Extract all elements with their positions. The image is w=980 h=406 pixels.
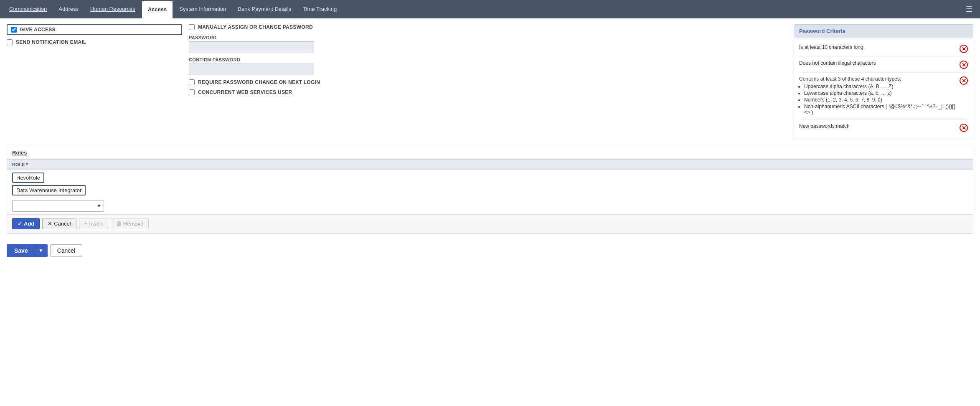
give-access-label[interactable]: GIVE ACCESS: [20, 27, 56, 33]
criteria-text-3: Contains at least 3 of these 4 character…: [799, 76, 956, 116]
nav-system-information[interactable]: System Information: [173, 0, 232, 18]
concurrent-web-row: CONCURRENT WEB SERVICES USER: [189, 89, 787, 95]
roles-section: Roles ROLE * HevoRole Data Warehouse Int…: [7, 146, 973, 234]
checkmark-icon: ✓: [18, 221, 22, 227]
nav-human-resources[interactable]: Human Resources: [84, 0, 141, 18]
confirm-password-label: CONFIRM PASSWORD: [189, 57, 787, 62]
x-icon: ✕: [48, 221, 52, 227]
criteria-row-2: Does not contain illegal characters ✕: [799, 57, 968, 73]
confirm-password-input[interactable]: [189, 63, 314, 75]
criteria-row-4: New passwords match ✕: [799, 120, 968, 135]
role-item-hevo[interactable]: HevoRole: [12, 173, 44, 183]
criteria-text-2: Does not contain illegal characters: [799, 60, 956, 66]
manually-assign-checkbox[interactable]: [189, 24, 195, 30]
center-panel: MANUALLY ASSIGN OR CHANGE PASSWORD PASSW…: [189, 24, 787, 139]
save-button[interactable]: Save: [8, 245, 35, 256]
cancel-button[interactable]: Cancel: [50, 244, 83, 257]
criteria-bullet-2: Lowercase alpha characters (a, b, … z): [804, 90, 956, 96]
role-item-data-warehouse[interactable]: Data Warehouse Integrator: [12, 185, 86, 195]
trash-icon: 🗑: [116, 221, 122, 227]
criteria-text-1: Is at least 10 characters long: [799, 44, 956, 50]
plus-icon: +: [84, 221, 88, 227]
top-section: GIVE ACCESS SEND NOTIFICATION EMAIL MANU…: [7, 24, 973, 139]
password-label: PASSWORD: [189, 35, 787, 40]
send-notification-checkbox[interactable]: [7, 39, 13, 45]
criteria-text-4: New passwords match: [799, 123, 956, 129]
criteria-title: Password Criteria: [794, 25, 973, 38]
give-access-checkbox[interactable]: [11, 27, 17, 33]
criteria-bullets: Uppercase alpha characters (A, B, … Z) L…: [804, 84, 956, 115]
nav-time-tracking[interactable]: Time Tracking: [297, 0, 343, 18]
require-password-row: REQUIRE PASSWORD CHANGE ON NEXT LOGIN: [189, 79, 787, 85]
criteria-bullet-1: Uppercase alpha characters (A, B, … Z): [804, 84, 956, 89]
criteria-row-3: Contains at least 3 of these 4 character…: [799, 73, 968, 120]
give-access-row: GIVE ACCESS: [7, 24, 182, 35]
add-button[interactable]: ✓ Add: [12, 218, 40, 229]
roles-table-header: ROLE *: [7, 160, 973, 170]
top-navigation: Communication Address Human Resources Ac…: [0, 0, 980, 18]
left-panel: GIVE ACCESS SEND NOTIFICATION EMAIL: [7, 24, 182, 139]
criteria-body: Is at least 10 characters long ✕ Does no…: [794, 38, 973, 139]
remove-button[interactable]: 🗑 Remove: [111, 218, 149, 229]
manually-assign-label[interactable]: MANUALLY ASSIGN OR CHANGE PASSWORD: [198, 24, 313, 30]
confirm-password-field-group: CONFIRM PASSWORD: [189, 57, 787, 75]
role-dropdown-row: [12, 200, 968, 212]
criteria-bullet-4: Non-alphanumeric ASCII characters ( !@#$…: [804, 104, 956, 115]
save-button-group: Save ▼: [7, 244, 48, 257]
criteria-fail-icon-1: ✕: [960, 45, 968, 53]
send-notification-label[interactable]: SEND NOTIFICATION EMAIL: [16, 39, 86, 45]
criteria-row-1: Is at least 10 characters long ✕: [799, 41, 968, 57]
concurrent-web-label[interactable]: CONCURRENT WEB SERVICES USER: [198, 89, 292, 95]
action-row: ✓ Add ✕ Cancel + Insert 🗑 Remove: [7, 214, 973, 233]
criteria-bullet-3: Numbers (1, 2, 3, 4, 5, 6, 7, 8, 9, 0): [804, 97, 956, 103]
main-content: GIVE ACCESS SEND NOTIFICATION EMAIL MANU…: [0, 18, 980, 266]
nav-communication[interactable]: Communication: [3, 0, 53, 18]
roles-body: HevoRole Data Warehouse Integrator: [7, 170, 973, 214]
criteria-fail-icon-3: ✕: [960, 76, 968, 85]
send-notification-row: SEND NOTIFICATION EMAIL: [7, 39, 182, 45]
password-input[interactable]: [189, 41, 314, 53]
cancel-role-button[interactable]: ✕ Cancel: [42, 218, 76, 229]
password-criteria-panel: Password Criteria Is at least 10 charact…: [794, 24, 973, 139]
nav-address[interactable]: Address: [53, 0, 84, 18]
nav-access[interactable]: Access: [141, 0, 174, 18]
role-required-asterisk: *: [26, 162, 28, 167]
require-password-label[interactable]: REQUIRE PASSWORD CHANGE ON NEXT LOGIN: [198, 79, 320, 85]
nav-menu-icon[interactable]: ☰: [962, 5, 977, 14]
role-select[interactable]: [12, 200, 104, 212]
roles-header: Roles: [7, 146, 973, 160]
insert-button[interactable]: + Insert: [79, 218, 108, 229]
concurrent-web-checkbox[interactable]: [189, 89, 195, 95]
manually-assign-row: MANUALLY ASSIGN OR CHANGE PASSWORD: [189, 24, 787, 30]
criteria-fail-icon-2: ✕: [960, 61, 968, 69]
criteria-fail-icon-4: ✕: [960, 124, 968, 132]
nav-bank-payment-details[interactable]: Bank Payment Details: [232, 0, 297, 18]
require-password-checkbox[interactable]: [189, 79, 195, 85]
roles-title: Roles: [12, 150, 27, 156]
save-dropdown-button[interactable]: ▼: [35, 245, 47, 256]
password-field-group: PASSWORD: [189, 35, 787, 53]
role-column-label: ROLE: [12, 162, 25, 167]
bottom-bar: Save ▼ Cancel: [7, 240, 973, 260]
